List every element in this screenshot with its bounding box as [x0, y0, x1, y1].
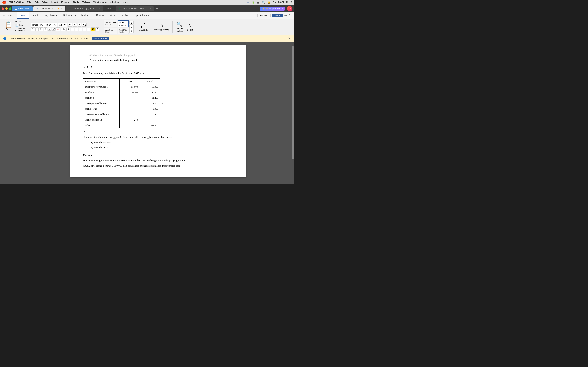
- tab-tugas-docx[interactable]: W TUGAS.docx ☁ ✕: [34, 6, 65, 11]
- bold-button[interactable]: B: [31, 27, 35, 31]
- tab-tugas-akm2[interactable]: X TUGAS AKM (2).xlsx ☁ ✕: [66, 6, 103, 11]
- nav-tab-special[interactable]: Special features: [132, 12, 155, 19]
- copy-button[interactable]: 📄 Copy: [15, 24, 25, 26]
- cut-label[interactable]: Cut: [18, 20, 21, 23]
- modified-button[interactable]: Modified: [258, 14, 270, 17]
- styles-scroll-down[interactable]: ▼: [130, 25, 134, 29]
- nav-tab-view[interactable]: View: [107, 12, 118, 19]
- font-grow-button[interactable]: A+: [68, 23, 72, 26]
- fullscreen-window-btn[interactable]: [9, 7, 11, 10]
- font-name-select[interactable]: Times New Roman: [31, 23, 57, 27]
- nav-tab-references[interactable]: References: [60, 12, 78, 19]
- char-style-button[interactable]: Aa: [82, 23, 86, 26]
- line-spacing-button[interactable]: ↕: [87, 27, 90, 31]
- font-color-button[interactable]: A: [56, 27, 60, 31]
- menu-insert[interactable]: Insert: [51, 1, 58, 4]
- cursor-placeholder-1: +: [113, 136, 116, 139]
- nav-tab-insert[interactable]: Insert: [29, 12, 41, 19]
- td-transport-retail: [140, 117, 160, 123]
- style-heading2[interactable]: AaBbCc Head...: [104, 28, 117, 34]
- notification-icon[interactable]: 🔔: [268, 1, 270, 4]
- nav-tab-review[interactable]: Review: [93, 12, 107, 19]
- highlight-button[interactable]: ab: [61, 27, 66, 31]
- tab-close-tugas[interactable]: ✕: [61, 8, 63, 10]
- share-button[interactable]: Share: [272, 14, 283, 17]
- vertical-scrollbar[interactable]: [292, 46, 294, 159]
- strikethrough-button[interactable]: S̶: [44, 27, 47, 31]
- doc-sidebar-right: [290, 42, 294, 184]
- format-painter-button[interactable]: 🖌 FormatPainter: [15, 27, 25, 32]
- table-add-col-button[interactable]: +: [161, 102, 164, 105]
- align-center-button[interactable]: ≡: [75, 27, 78, 31]
- tab-new[interactable]: New: [104, 6, 114, 11]
- shading-button[interactable]: ▣: [91, 27, 95, 31]
- font-size-select[interactable]: 12: [58, 23, 67, 27]
- menu-workspace[interactable]: Workspace: [93, 1, 107, 4]
- nav-tab-section[interactable]: Section: [118, 12, 132, 19]
- apple-icon[interactable]: 🍎: [2, 0, 6, 4]
- tab-close-akm1[interactable]: ✕: [149, 8, 151, 10]
- word-typesetting-button[interactable]: ⌂ Word Typesetting: [152, 20, 171, 34]
- tab-akm2-sync: ☁: [95, 8, 97, 9]
- menu-help[interactable]: Help: [122, 1, 128, 4]
- ribbon-more-icon[interactable]: ⋯: [284, 13, 287, 17]
- styles-expand[interactable]: ⊕: [130, 29, 134, 33]
- ribbon-collapse-icon[interactable]: ⌃: [288, 14, 291, 17]
- align-right-button[interactable]: ≡: [79, 27, 82, 31]
- menu-file[interactable]: File: [27, 1, 31, 4]
- menu-edit[interactable]: Edit: [35, 1, 39, 4]
- find-replace-label: Find andReplace: [176, 27, 183, 33]
- select-button[interactable]: ↖ Select: [185, 20, 194, 34]
- tab-sync-icon: ☁: [55, 8, 57, 9]
- paste-button[interactable]: 📋 Paste: [3, 21, 14, 31]
- align-left-button[interactable]: ≡: [71, 27, 74, 31]
- user-avatar[interactable]: U: [287, 6, 292, 11]
- style-heading3[interactable]: AaBbCc Head...: [118, 28, 129, 34]
- style-heading1[interactable]: AaBb Heading 1: [118, 20, 129, 27]
- styles-group: AaBbCcDd Normal AaBb Heading 1 AaBbCc He…: [103, 20, 135, 34]
- doc-area: a) Laba kotor besarnya 30% dari harga ju…: [0, 42, 294, 184]
- styles-scroll-up[interactable]: ▲: [130, 21, 134, 25]
- nav-tab-home[interactable]: Home: [17, 12, 29, 19]
- tab-wps-office[interactable]: W WPS Office: [12, 6, 33, 11]
- search-icon-menu[interactable]: 🔍: [262, 1, 265, 4]
- menu-window[interactable]: Window: [110, 1, 119, 4]
- underline-button[interactable]: U: [39, 27, 43, 31]
- tab-tugas-akm1[interactable]: X TUGAS AKM (1).xlsx ☁ ✕: [116, 6, 153, 11]
- font-shrink-button[interactable]: A-: [73, 23, 77, 26]
- char-border-button[interactable]: A: [66, 27, 70, 31]
- ribbon: ≡ Menu Home Insert Page Layout Reference…: [0, 12, 294, 35]
- nav-tab-page-layout[interactable]: Page Layout: [41, 12, 60, 19]
- menu-hamburger-icon[interactable]: ≡: [2, 14, 6, 17]
- italic-button[interactable]: I: [35, 27, 38, 31]
- menu-tables[interactable]: Tables: [82, 1, 90, 4]
- th-cost: Cost: [120, 78, 140, 84]
- style-normal[interactable]: AaBbCcDd Normal: [104, 20, 117, 27]
- add-tab-button[interactable]: +: [154, 7, 159, 10]
- doc-page-container[interactable]: a) Laba kotor besarnya 30% dari harga ju…: [26, 42, 290, 184]
- paste-icon: 📋: [4, 21, 13, 28]
- find-replace-button[interactable]: 🔍 Find andReplace: [174, 20, 185, 34]
- info-close-button[interactable]: ✕: [288, 36, 291, 40]
- table-row: Sales 67.000: [83, 123, 160, 128]
- divider-1: [28, 21, 28, 33]
- superscript-button[interactable]: x²: [52, 27, 55, 31]
- tab-close-akm2[interactable]: ✕: [99, 8, 101, 10]
- table-plus-icon[interactable]: +: [83, 130, 86, 133]
- menu-view[interactable]: View: [42, 1, 48, 4]
- clear-format-button[interactable]: ✕: [78, 23, 81, 26]
- subscript-button[interactable]: x₂: [48, 27, 52, 31]
- table-row: Purchase 40.500 56.000: [83, 90, 160, 95]
- info-upgrade-button[interactable]: Upgrade now: [92, 37, 109, 40]
- upgrade-now-button[interactable]: ⚡ ⚡ Upgrade now: [260, 7, 285, 11]
- minimize-window-btn[interactable]: [5, 7, 8, 10]
- justify-button[interactable]: ≡: [83, 27, 86, 31]
- close-window-btn[interactable]: [2, 7, 4, 10]
- nav-tab-mailings[interactable]: Mailings: [79, 12, 93, 19]
- menu-label[interactable]: Menu: [6, 14, 15, 17]
- new-style-button[interactable]: 🖊 New Style: [137, 20, 149, 34]
- divider-2: [102, 21, 102, 33]
- border-button[interactable]: ⊞: [95, 27, 99, 31]
- menu-tools[interactable]: Tools: [73, 1, 79, 4]
- menu-format[interactable]: Format: [61, 1, 70, 4]
